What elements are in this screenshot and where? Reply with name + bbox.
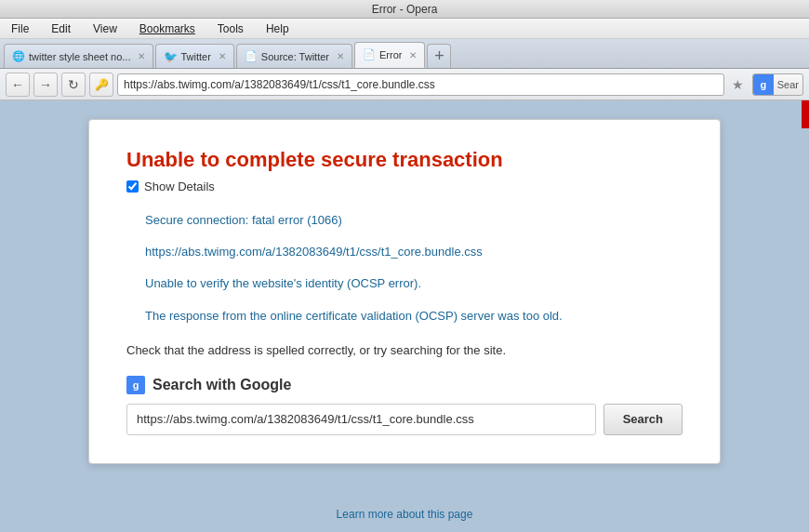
tab-icon-3: 📄 (245, 50, 258, 63)
forward-button[interactable]: → (33, 73, 58, 97)
show-details-label: Show Details (144, 180, 215, 193)
content-area: Unable to complete secure transaction Sh… (0, 100, 809, 497)
menu-edit[interactable]: Edit (47, 20, 74, 37)
tab-twitter[interactable]: 🐦 Twitter ✕ (155, 44, 233, 68)
tab-icon-2: 🐦 (164, 50, 177, 63)
tab-close-1[interactable]: ✕ (138, 51, 145, 61)
back-button[interactable]: ← (6, 73, 30, 97)
tab-label-2: Twitter (180, 51, 210, 62)
new-tab-button[interactable]: + (427, 44, 451, 68)
check-text: Check that the address is spelled correc… (126, 343, 683, 357)
search-input[interactable] (126, 404, 596, 435)
tab-label-1: twitter style sheet no... (29, 51, 130, 62)
search-button[interactable]: Search (603, 404, 683, 435)
show-details-toggle[interactable]: Show Details (126, 180, 683, 193)
error-card: Unable to complete secure transaction Sh… (88, 119, 721, 464)
title-bar: Error - Opera (0, 0, 809, 19)
learn-more-link[interactable]: Learn more about this page (337, 508, 473, 521)
url-input[interactable] (117, 73, 724, 96)
tab-close-3[interactable]: ✕ (337, 51, 344, 61)
tab-twitter-stylesheet[interactable]: 🌐 twitter style sheet no... ✕ (4, 44, 153, 68)
menu-file[interactable]: File (7, 20, 33, 37)
search-header: g Search with Google (126, 376, 683, 394)
nav-bar: ← → ↻ 🔑 ★ g Sear (0, 69, 809, 100)
tab-icon-1: 🌐 (12, 50, 25, 63)
tab-label-4: Error (379, 49, 402, 60)
menu-bookmarks[interactable]: Bookmarks (136, 20, 199, 37)
error-details-section: Secure connection: fatal error (1066) ht… (145, 212, 683, 325)
search-title: Search with Google (153, 377, 291, 393)
tab-close-2[interactable]: ✕ (219, 51, 226, 61)
google-search-btn[interactable]: g Sear (752, 73, 803, 96)
tab-close-4[interactable]: ✕ (409, 50, 417, 60)
menu-help[interactable]: Help (262, 20, 293, 37)
show-details-checkbox[interactable] (126, 180, 139, 193)
search-google-icon: g (126, 376, 145, 394)
search-section: g Search with Google Search (126, 376, 683, 435)
google-search-text: Sear (774, 79, 802, 90)
google-icon: g (753, 74, 774, 95)
menu-bar: File Edit View Bookmarks Tools Help (0, 19, 809, 39)
bookmark-star[interactable]: ★ (728, 73, 749, 96)
reload-button[interactable]: ↻ (61, 73, 86, 97)
error-detail-1[interactable]: https://abs.twimg.com/a/1382083649/t1/cs… (145, 244, 683, 260)
error-detail-0: Secure connection: fatal error (1066) (145, 212, 683, 229)
search-row: Search (126, 404, 683, 435)
window-title: Error - Opera (372, 3, 438, 16)
key-button[interactable]: 🔑 (89, 73, 113, 97)
error-detail-2: Unable to verify the website's identity … (145, 275, 683, 292)
menu-view[interactable]: View (89, 20, 121, 37)
tab-source-twitter[interactable]: 📄 Source: Twitter ✕ (236, 44, 352, 68)
error-detail-3: The response from the online certificate… (145, 308, 683, 325)
red-accent-bar (802, 100, 809, 128)
tab-error[interactable]: 📄 Error ✕ (354, 42, 425, 68)
footer: Learn more about this page (0, 497, 809, 532)
menu-tools[interactable]: Tools (214, 20, 247, 37)
tab-bar: 🌐 twitter style sheet no... ✕ 🐦 Twitter … (0, 39, 809, 69)
tab-label-3: Source: Twitter (261, 51, 329, 62)
tab-icon-4: 📄 (363, 48, 376, 61)
browser-window: Error - Opera File Edit View Bookmarks T… (0, 0, 809, 532)
error-title: Unable to complete secure transaction (126, 148, 683, 172)
